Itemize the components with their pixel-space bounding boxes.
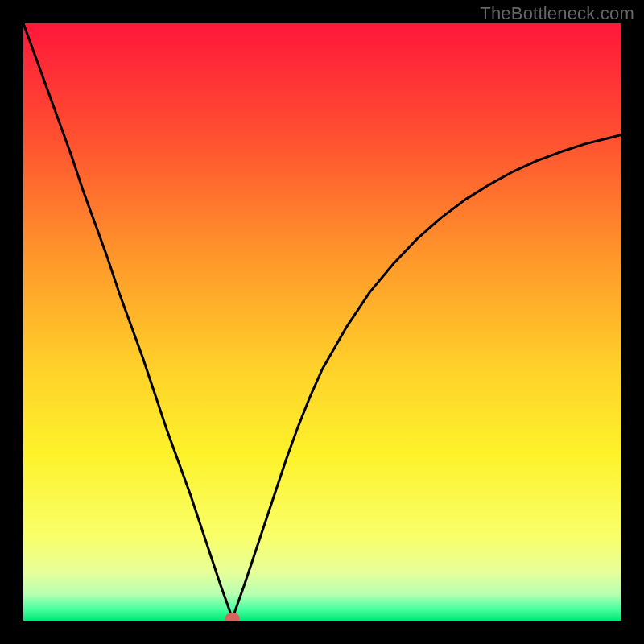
watermark-text: TheBottleneck.com xyxy=(480,3,634,24)
plot-area xyxy=(23,23,621,621)
chart-frame: TheBottleneck.com xyxy=(0,0,644,644)
gradient-background xyxy=(23,23,621,621)
chart-svg xyxy=(23,23,621,621)
